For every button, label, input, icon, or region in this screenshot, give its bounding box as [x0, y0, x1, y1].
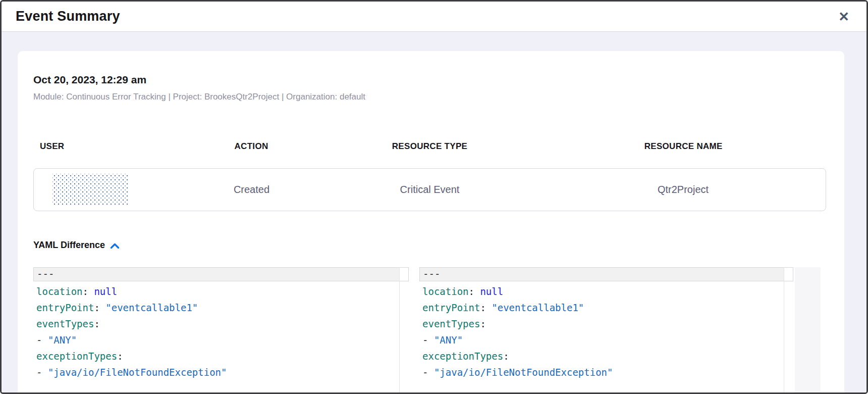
yaml-diff-viewer: --- location: nullentryPoint: "eventcall…	[33, 267, 826, 392]
col-header-resource-name: RESOURCE NAME	[540, 141, 826, 152]
cell-user	[34, 174, 184, 206]
modal-title: Event Summary	[16, 9, 120, 24]
table-header-row: USER ACTION RESOURCE TYPE RESOURCE NAME	[33, 141, 826, 152]
yaml-code-right: location: nullentryPoint: "eventcallable…	[419, 281, 784, 380]
redacted-user-avatar	[52, 174, 128, 206]
yaml-difference-label: YAML Difference	[33, 240, 105, 251]
close-button[interactable]: ✕	[836, 9, 851, 24]
yaml-diff-panel-right: --- location: nullentryPoint: "eventcall…	[419, 267, 793, 392]
yaml-doc-separator: ---	[419, 267, 784, 281]
close-icon: ✕	[838, 9, 849, 24]
diff-gutter-right	[784, 267, 793, 392]
yaml-code-left: location: nullentryPoint: "eventcallable…	[33, 281, 399, 380]
event-timestamp: Oct 20, 2023, 12:29 am	[33, 73, 826, 86]
modal-body: Oct 20, 2023, 12:29 am Module: Continuou…	[2, 32, 866, 392]
cell-action: Created	[184, 184, 319, 195]
diff-gutter-cell	[400, 267, 409, 281]
diff-gutter-cell	[784, 267, 793, 281]
modal-header: Event Summary ✕	[2, 2, 866, 32]
yaml-doc-separator: ---	[33, 267, 399, 281]
yaml-diff-panel-left: --- location: nullentryPoint: "eventcall…	[33, 267, 409, 392]
col-header-user: USER	[33, 141, 184, 152]
event-summary-modal: Event Summary ✕ Oct 20, 2023, 12:29 am M…	[0, 0, 868, 394]
diff-scroll-track[interactable]	[795, 267, 821, 392]
col-header-resource-type: RESOURCE TYPE	[319, 141, 541, 152]
chevron-up-icon	[110, 243, 120, 249]
yaml-difference-toggle[interactable]: YAML Difference	[33, 240, 120, 251]
yaml-code-area-left[interactable]: --- location: nullentryPoint: "eventcall…	[33, 267, 400, 392]
event-meta: Module: Continuous Error Tracking | Proj…	[33, 91, 826, 102]
cell-resource-name: Qtr2Project	[540, 184, 826, 195]
yaml-code-area-right[interactable]: --- location: nullentryPoint: "eventcall…	[419, 267, 784, 392]
event-card: Oct 20, 2023, 12:29 am Module: Continuou…	[18, 51, 844, 392]
table-row: Created Critical Event Qtr2Project	[33, 168, 826, 211]
col-header-action: ACTION	[184, 141, 318, 152]
cell-resource-type: Critical Event	[319, 184, 540, 195]
diff-gutter-left	[400, 267, 409, 392]
